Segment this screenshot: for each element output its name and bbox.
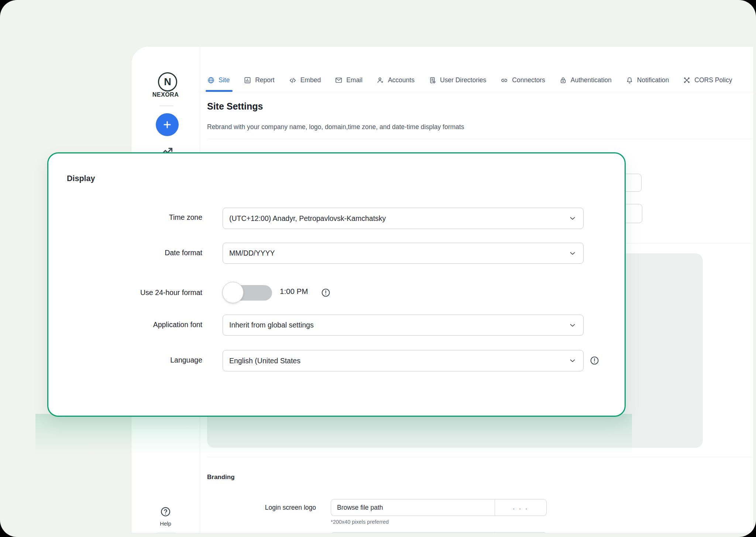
- brand-logo: N: [158, 72, 177, 91]
- login-logo-label: Login screen logo: [207, 499, 316, 516]
- timezone-value: (UTC+12:00) Anadyr, Petropavlovsk-Kamcha…: [229, 214, 386, 223]
- tab-label: Accounts: [388, 76, 415, 84]
- code-icon: [289, 76, 297, 84]
- display-settings-panel: Display Time zone (UTC+12:00) Anadyr, Pe…: [47, 152, 626, 417]
- app-font-label: Application font: [48, 321, 202, 329]
- bar-chart-icon: [244, 76, 251, 84]
- app-font-select[interactable]: Inherit from global settings: [223, 315, 584, 336]
- toggle-knob: [222, 282, 244, 303]
- page-title: Site Settings: [207, 101, 263, 112]
- globe-icon: [207, 76, 215, 84]
- tab-label: Notification: [637, 76, 669, 84]
- second-logo-path-input[interactable]: [331, 532, 495, 533]
- create-new-button[interactable]: [156, 113, 179, 136]
- tab-label: Site: [219, 76, 230, 84]
- tab-label: Email: [346, 76, 362, 84]
- tab-report[interactable]: Report: [244, 69, 275, 92]
- tab-cors-policy[interactable]: CORS Policy: [683, 69, 732, 92]
- browse-file-button[interactable]: . . .: [495, 499, 547, 516]
- tab-connectors[interactable]: Connectors: [500, 69, 545, 92]
- tab-label: Connectors: [512, 76, 545, 84]
- tab-notification[interactable]: Notification: [626, 69, 669, 92]
- directory-gear-icon: [429, 76, 436, 84]
- tab-label: CORS Policy: [694, 76, 732, 84]
- time-info-icon[interactable]: [321, 288, 331, 298]
- chevron-down-icon: [568, 249, 577, 257]
- language-label: Language: [48, 356, 202, 364]
- tab-label: Report: [255, 76, 275, 84]
- tab-label: User Directories: [440, 76, 486, 84]
- help-button[interactable]: Help: [131, 506, 200, 527]
- app-font-value: Inherit from global settings: [229, 321, 314, 329]
- second-browse-file-button[interactable]: [495, 532, 547, 533]
- timezone-label: Time zone: [48, 213, 202, 222]
- logo-size-helper-text: *200x40 pixels preferred: [331, 519, 389, 525]
- brand-initial: N: [164, 76, 171, 88]
- tab-embed[interactable]: Embed: [289, 69, 321, 92]
- help-icon: [160, 506, 171, 517]
- language-select[interactable]: English (United States: [223, 350, 584, 371]
- section-divider: [207, 457, 752, 457]
- branding-section-title: Branding: [207, 474, 235, 481]
- hour-format-toggle[interactable]: [223, 285, 272, 301]
- tab-label: Authentication: [571, 76, 612, 84]
- page-subtitle: Rebrand with your company name, logo, do…: [207, 123, 464, 131]
- tab-label: Embed: [300, 76, 321, 84]
- chevron-down-icon: [568, 357, 577, 365]
- hour-format-label: Use 24-hour format: [48, 288, 202, 297]
- tab-email[interactable]: Email: [335, 69, 362, 92]
- brand-name: NEXORA: [131, 91, 200, 98]
- bell-icon: [626, 76, 633, 84]
- login-logo-path-input[interactable]: Browse file path: [331, 499, 495, 516]
- time-preview: 1:00 PM: [280, 287, 308, 296]
- sidebar-divider-top: [159, 105, 173, 106]
- screenshot-root: N NEXORA Help: [0, 0, 756, 537]
- tab-accounts[interactable]: Accounts: [377, 69, 415, 92]
- envelope-icon: [335, 76, 343, 84]
- language-value: English (United States: [229, 357, 300, 365]
- link-icon: [500, 76, 508, 84]
- cors-icon: [683, 76, 691, 84]
- lock-icon: [559, 76, 567, 84]
- settings-tabbar: Site Report Embed Email: [200, 69, 753, 92]
- sidebar-divider-bottom: [157, 533, 176, 533]
- chevron-down-icon: [568, 214, 577, 222]
- date-format-label: Date format: [48, 249, 202, 257]
- section-divider: [207, 139, 752, 139]
- tab-authentication[interactable]: Authentication: [559, 69, 612, 92]
- tab-site[interactable]: Site: [207, 69, 230, 92]
- tab-user-directories[interactable]: User Directories: [429, 69, 486, 92]
- plus-icon: [162, 119, 173, 130]
- date-format-value: MM/DD/YYYY: [229, 249, 275, 257]
- user-icon: [377, 76, 384, 84]
- page-background: N NEXORA Help: [0, 0, 756, 537]
- date-format-select[interactable]: MM/DD/YYYY: [223, 243, 584, 264]
- help-label: Help: [131, 520, 200, 527]
- timezone-select[interactable]: (UTC+12:00) Anadyr, Petropavlovsk-Kamcha…: [223, 208, 584, 229]
- chevron-down-icon: [568, 321, 577, 329]
- panel-title: Display: [67, 174, 95, 183]
- language-info-icon[interactable]: [590, 356, 599, 365]
